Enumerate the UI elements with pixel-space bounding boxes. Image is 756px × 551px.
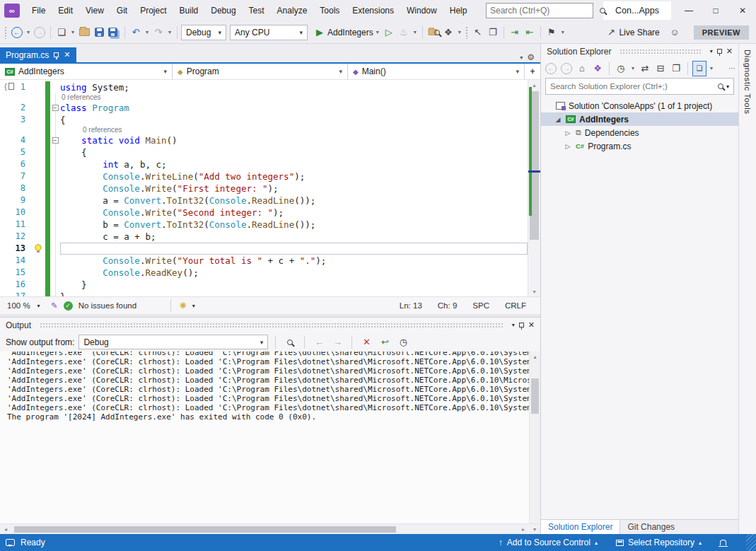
line-number[interactable]: 13 xyxy=(0,243,31,255)
new-project-button[interactable]: ❏ xyxy=(54,25,69,40)
toolbar-drag-handle[interactable] xyxy=(465,26,469,39)
code-line[interactable]: 5 { xyxy=(0,146,528,158)
zoom-dropdown[interactable]: 100 % ▾ xyxy=(4,300,45,311)
code-line[interactable]: 16 } xyxy=(0,279,528,291)
member-dropdown[interactable]: ◆ Main() ▾ xyxy=(348,64,525,79)
window-position-dropdown[interactable]: ▾ xyxy=(710,48,713,54)
tree-item-program-cs[interactable]: ▷C#Program.cs xyxy=(541,139,738,153)
menu-item-file[interactable]: File xyxy=(25,0,52,21)
outlining-margin[interactable] xyxy=(50,146,60,158)
outlining-margin[interactable]: − xyxy=(50,134,60,146)
solution-platform-dropdown[interactable]: Any CPU ▾ xyxy=(230,25,308,40)
code-line[interactable]: 12 c = a + b; xyxy=(0,231,528,243)
line-number[interactable]: 12 xyxy=(0,231,31,243)
output-console[interactable]: 'AddIntegers.exe' (CoreCLR: clrhost): Lo… xyxy=(0,352,529,523)
gear-icon[interactable]: ⚙ xyxy=(527,52,535,62)
code-text[interactable]: { xyxy=(60,114,528,126)
split-window-button[interactable]: + xyxy=(525,64,540,79)
code-text[interactable]: { xyxy=(60,146,528,158)
outlining-margin[interactable] xyxy=(50,207,60,219)
solution-explorer-toolbar-button[interactable]: ❖ xyxy=(441,25,455,40)
redo-dropdown[interactable]: ▾ xyxy=(166,25,173,40)
bookmark-button[interactable]: ⚑ xyxy=(545,25,559,40)
scroll-down-icon[interactable]: ▾ xyxy=(529,526,540,533)
code-line[interactable]: 14 Console.Write("Your total is " + c + … xyxy=(0,255,528,267)
home-button[interactable]: ⌂ xyxy=(575,61,589,76)
pending-changes-filter-button[interactable]: ◷ xyxy=(614,61,628,76)
undo-button[interactable]: ↶ xyxy=(129,25,143,40)
output-vertical-scrollbar[interactable]: ▴ xyxy=(529,352,540,523)
navigate-backward-button[interactable]: ← xyxy=(10,25,24,40)
code-line[interactable]: 8 Console.Write("First integer: "); xyxy=(0,182,528,195)
code-text[interactable]: b = Convert.ToInt32(Console.ReadLine()); xyxy=(60,219,528,231)
code-line[interactable]: 1using System; xyxy=(0,81,528,93)
output-horizontal-scrollbar[interactable]: ◂ ▸ ▾ xyxy=(0,523,540,534)
select-repository-button[interactable]: Select Repository ▴ xyxy=(612,538,706,547)
find-message-button[interactable] xyxy=(283,335,297,350)
line-number[interactable]: 17 xyxy=(0,291,31,296)
menu-item-help[interactable]: Help xyxy=(443,0,474,21)
code-text[interactable]: c = a + b; xyxy=(60,231,528,243)
tree-item-addintegers[interactable]: ◢C#AddIntegers xyxy=(541,112,738,126)
breakpoint-margin[interactable] xyxy=(31,170,45,182)
line-number[interactable]: 5 xyxy=(0,146,31,158)
diagnostic-tools-tab[interactable]: Diagnostic Tools xyxy=(743,50,752,534)
menu-item-view[interactable]: View xyxy=(79,0,110,21)
hot-reload-dropdown[interactable]: ▾ xyxy=(412,25,419,40)
code-line[interactable]: 17} xyxy=(0,291,528,296)
scroll-down-icon[interactable]: ▾ xyxy=(528,286,540,296)
breakpoint-margin[interactable] xyxy=(31,291,45,296)
tool-window-tab-git-changes[interactable]: Git Changes xyxy=(620,520,682,534)
word-wrap-button[interactable]: ↩ xyxy=(378,335,392,350)
live-share-label[interactable]: Live Share xyxy=(619,28,659,37)
redo-button[interactable]: ↷ xyxy=(151,25,165,40)
outlining-margin[interactable] xyxy=(50,158,60,170)
breakpoint-margin[interactable] xyxy=(31,207,45,219)
solution-explorer-dropdown[interactable]: ▾ xyxy=(456,25,463,40)
breakpoint-margin[interactable] xyxy=(31,255,45,267)
breakpoint-margin[interactable] xyxy=(31,219,45,231)
code-line[interactable]: 2−class Program xyxy=(0,102,528,114)
collapse-all-button[interactable]: ⊟ xyxy=(653,61,668,76)
breakpoint-margin[interactable] xyxy=(31,134,45,146)
codelens-references[interactable]: 0 references xyxy=(60,126,122,134)
code-text[interactable]: Console.WriteLine("Add two integers"); xyxy=(60,170,528,182)
breakpoint-margin[interactable] xyxy=(31,195,45,207)
live-share-button[interactable]: ↗ xyxy=(604,25,618,40)
tool-window-tab-solution-explorer[interactable]: Solution Explorer xyxy=(541,520,620,534)
toolbar-overflow-button[interactable]: ▾ xyxy=(559,25,566,40)
track-active-item-button[interactable]: ❏ xyxy=(692,61,706,76)
outlining-margin[interactable] xyxy=(50,279,60,291)
solution-configuration-dropdown[interactable]: Debug ▾ xyxy=(181,25,226,40)
code-area[interactable]: { 1using System;0 references2−class Prog… xyxy=(0,80,528,296)
quick-actions-lightbulb-icon[interactable] xyxy=(31,243,45,255)
code-line[interactable]: 9 a = Convert.ToInt32(Console.ReadLine()… xyxy=(0,195,528,207)
diagnostic-tools-strip[interactable]: Diagnostic Tools xyxy=(738,44,756,534)
toolbar-drag-handle[interactable] xyxy=(4,26,8,39)
breakpoint-margin[interactable] xyxy=(31,182,45,195)
maximize-button[interactable]: □ xyxy=(702,0,729,21)
code-line[interactable]: 11 b = Convert.ToInt32(Console.ReadLine(… xyxy=(0,219,528,231)
step-over-button[interactable]: ⇤ xyxy=(523,25,537,40)
feedback-icon[interactable] xyxy=(6,539,15,546)
breakpoint-margin[interactable] xyxy=(31,146,45,158)
close-button[interactable]: ✕ xyxy=(729,0,756,21)
code-line[interactable]: 6 int a, b, c; xyxy=(0,158,528,170)
outlining-margin[interactable] xyxy=(50,243,60,255)
outlining-margin[interactable] xyxy=(50,231,60,243)
expander-collapsed-icon[interactable]: ▷ xyxy=(564,143,572,150)
menu-item-tools[interactable]: Tools xyxy=(313,0,346,21)
code-text[interactable] xyxy=(60,243,528,255)
outlining-margin[interactable] xyxy=(50,182,60,195)
tab-list-dropdown[interactable]: ▾ xyxy=(520,54,523,61)
pin-icon[interactable] xyxy=(519,323,524,327)
code-text[interactable]: Console.Write("Second integer: "); xyxy=(60,207,528,219)
navigate-forward-button[interactable]: → xyxy=(33,25,47,40)
code-line[interactable]: 4− static void Main() xyxy=(0,134,528,146)
line-number[interactable]: 3 xyxy=(0,114,31,126)
editor-vertical-scrollbar[interactable]: ▴ ▾ xyxy=(528,80,540,296)
solution-explorer-title-bar[interactable]: Solution Explorer ▾ ✕ xyxy=(541,44,738,59)
line-number[interactable]: 11 xyxy=(0,219,31,231)
outlining-margin[interactable] xyxy=(50,255,60,267)
scroll-up-icon[interactable]: ▴ xyxy=(530,352,540,361)
